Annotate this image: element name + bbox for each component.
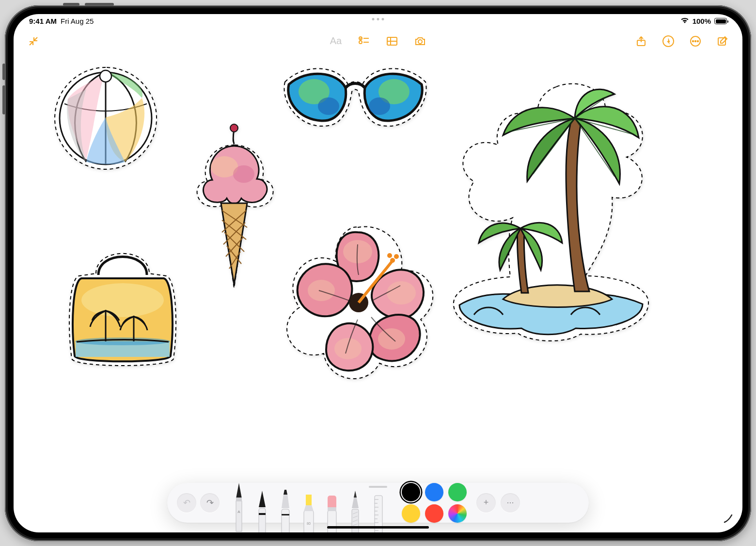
color-red[interactable] — [425, 504, 443, 523]
svg-point-21 — [369, 97, 390, 115]
wifi-icon — [680, 17, 689, 25]
palette-more-button[interactable]: ··· — [501, 493, 520, 513]
redo-button[interactable]: ↷ — [200, 493, 220, 513]
svg-point-42 — [390, 258, 395, 263]
hw-button — [63, 3, 79, 6]
status-date: Fri Aug 25 — [61, 17, 94, 25]
svg-point-20 — [318, 97, 339, 115]
undo-button[interactable]: ↶ — [177, 493, 196, 513]
quick-note-corner-icon[interactable] — [723, 513, 734, 526]
table-icon[interactable] — [386, 35, 398, 48]
more-icon[interactable] — [689, 35, 702, 48]
svg-point-44 — [387, 253, 392, 258]
share-icon[interactable] — [635, 35, 647, 48]
text-format-icon[interactable]: Aa — [330, 35, 342, 48]
hw-button — [2, 64, 5, 80]
svg-rect-50 — [282, 514, 289, 515]
svg-point-22 — [230, 124, 238, 132]
svg-rect-49 — [282, 509, 289, 532]
multitask-dots[interactable] — [372, 18, 384, 20]
svg-point-37 — [387, 281, 416, 305]
tool-pen[interactable]: A — [227, 479, 251, 532]
ipad-device-frame: 9:41 AM Fri Aug 25 100% Aa — [5, 5, 751, 541]
svg-rect-48 — [259, 513, 266, 515]
compose-icon[interactable] — [716, 35, 729, 48]
hw-button — [85, 3, 114, 6]
sunglasses-sticker[interactable] — [275, 58, 435, 142]
svg-point-12 — [693, 40, 693, 41]
color-yellow[interactable] — [402, 504, 420, 523]
color-green[interactable] — [448, 483, 467, 501]
tool-row: A 80 — [227, 483, 390, 523]
color-blue[interactable] — [425, 483, 443, 501]
color-picker[interactable] — [448, 504, 467, 523]
palm-island-sticker[interactable] — [445, 72, 658, 346]
svg-text:A: A — [237, 510, 240, 514]
battery-icon — [714, 18, 727, 24]
svg-point-39 — [334, 338, 362, 359]
svg-point-13 — [695, 40, 696, 41]
svg-rect-52 — [306, 495, 312, 505]
markup-toggle-icon[interactable] — [662, 35, 675, 48]
tool-marker[interactable] — [274, 487, 297, 532]
hw-button — [2, 85, 5, 114]
svg-rect-45 — [236, 498, 242, 501]
svg-point-33 — [81, 283, 164, 317]
status-time: 9:41 AM — [29, 17, 57, 25]
battery-pct: 100% — [693, 17, 711, 25]
tool-ruler[interactable] — [367, 487, 390, 532]
svg-point-43 — [394, 254, 399, 259]
camera-icon[interactable] — [414, 35, 426, 48]
tool-highlighter[interactable]: 80 — [297, 487, 320, 532]
svg-point-14 — [697, 40, 698, 41]
drawing-canvas[interactable] — [14, 53, 742, 532]
svg-rect-56 — [328, 507, 336, 511]
svg-rect-51 — [304, 510, 314, 532]
home-indicator[interactable] — [327, 526, 429, 529]
svg-point-8 — [418, 40, 422, 44]
tool-pencil[interactable] — [344, 487, 367, 532]
svg-point-40 — [308, 280, 335, 301]
add-tool-button[interactable]: + — [476, 493, 496, 513]
checklist-icon[interactable] — [358, 35, 370, 48]
notes-toolbar: Aa — [14, 31, 742, 52]
svg-point-38 — [378, 328, 405, 350]
svg-rect-54 — [328, 510, 336, 532]
svg-point-17 — [100, 70, 111, 82]
tool-monoline[interactable] — [251, 487, 274, 532]
screen: 9:41 AM Fri Aug 25 100% Aa — [14, 14, 742, 532]
collapse-icon[interactable] — [27, 35, 40, 48]
status-bar: 9:41 AM Fri Aug 25 100% — [14, 14, 742, 29]
svg-text:80: 80 — [307, 522, 311, 525]
svg-point-2 — [359, 41, 362, 44]
markup-palette[interactable]: ↶ ↷ A 80 — [167, 483, 589, 523]
svg-point-24 — [233, 165, 254, 183]
color-grid — [402, 483, 467, 523]
beach-ball-sticker[interactable] — [43, 60, 169, 178]
color-black[interactable] — [402, 483, 420, 501]
hibiscus-flower-sticker[interactable] — [270, 218, 445, 385]
beach-bag-sticker[interactable] — [52, 237, 193, 385]
tool-eraser[interactable] — [320, 487, 344, 532]
svg-rect-47 — [259, 508, 266, 532]
